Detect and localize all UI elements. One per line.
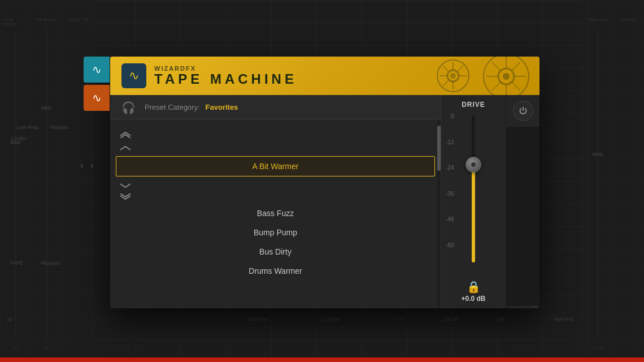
drive-value: +0.0 dB [461, 295, 485, 303]
tape-reel-large [481, 57, 532, 95]
header-text: wizardFX TAPE MACHINE [154, 65, 297, 87]
plugin-logo: ∿ [121, 63, 146, 88]
meter-track [506, 127, 539, 306]
preset-category-label: Preset Category: [145, 103, 200, 111]
drive-scale-12: -12 [446, 139, 454, 145]
meter-fader-area: 0 -12 -24 -36 -48 -60 [506, 127, 539, 308]
logo-wave-icon: ∿ [129, 70, 139, 82]
svg-point-9 [450, 73, 456, 79]
drive-fader-area: 0 -12 -24 -36 -48 -60 [441, 113, 506, 277]
plugin-header: ∿ wizardFX TAPE MACHINE [110, 57, 539, 95]
drive-scale-36: -36 [446, 191, 454, 197]
plugin-tabs: ∿ ∿ [84, 57, 110, 111]
preset-nav-double-down[interactable] [110, 191, 441, 204]
preset-item-bump-pump[interactable]: Bump Pump [110, 223, 441, 242]
tab-1[interactable]: ∿ [84, 57, 110, 83]
svg-line-7 [458, 66, 463, 71]
preset-nav-single-down[interactable] [110, 179, 441, 191]
plugin-window: ∿ wizardFX TAPE MACHINE [110, 57, 539, 308]
svg-line-17 [512, 62, 520, 71]
drive-fader-track[interactable] [472, 115, 475, 262]
preset-category-bar: 🎧 Preset Category: Favorites [110, 95, 441, 120]
drive-label: Drive [462, 101, 485, 109]
drive-fader-thumb[interactable] [465, 157, 481, 173]
svg-line-8 [443, 80, 449, 86]
preset-nav-double-up[interactable] [110, 129, 441, 141]
plugin-body: 🎧 Preset Category: Favorites [110, 95, 539, 308]
preset-panel: 🎧 Preset Category: Favorites [110, 95, 441, 308]
svg-line-19 [512, 82, 520, 90]
preset-list-container: A Bit Warmer [110, 120, 441, 308]
drive-panel: Drive 0 -12 -24 -36 -48 -60 [441, 95, 506, 308]
headphones-icon: 🎧 [121, 101, 136, 114]
plugin-title: TAPE MACHINE [154, 72, 297, 87]
preset-scrollbar[interactable] [437, 120, 441, 308]
lock-icon[interactable]: 🔒 [467, 280, 481, 294]
preset-scrollbar-thumb[interactable] [437, 126, 441, 171]
drive-scale-48: -48 [446, 216, 454, 222]
meter-panel: 0 -12 -24 -36 -48 -60 [506, 95, 539, 308]
svg-line-18 [492, 82, 501, 90]
preset-item-bus-dirty[interactable]: Bus Dirty [110, 242, 441, 261]
tab-2[interactable]: ∿ [84, 85, 110, 111]
svg-line-6 [443, 66, 449, 71]
preset-nav-single-up[interactable] [110, 141, 441, 154]
tape-reel-decoration [415, 57, 539, 95]
svg-line-16 [492, 62, 501, 71]
bottom-bar [0, 357, 644, 362]
power-button[interactable] [513, 101, 533, 121]
drive-scale-0: 0 [451, 113, 454, 119]
preset-item-bass-fuzz[interactable]: Bass Fuzz [110, 204, 441, 223]
drive-fader-fill [472, 167, 475, 262]
tape-reel-small [435, 58, 472, 94]
drive-scale-60: -60 [446, 242, 454, 248]
preset-item-a-bit-warmer[interactable]: A Bit Warmer [116, 156, 435, 176]
drive-scale: 0 -12 -24 -36 -48 -60 [446, 113, 454, 248]
drive-scale-24: -24 [446, 165, 454, 171]
preset-category-value: Favorites [206, 103, 238, 111]
brand-name: wizardFX [154, 65, 297, 72]
svg-point-20 [503, 73, 510, 80]
preset-item-drums-warmer[interactable]: Drums Warmer [110, 261, 441, 281]
